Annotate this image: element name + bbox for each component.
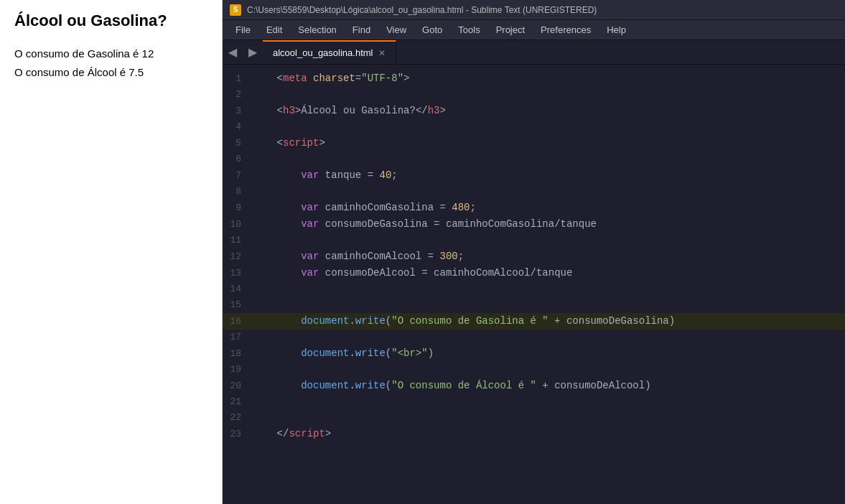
editor-panel: S C:\Users\55859\Desktop\Lógica\alcool_o… [223, 0, 845, 504]
code-line-1: 1 <meta charset="UTF-8"> [223, 70, 845, 87]
menu-goto[interactable]: Goto [415, 22, 449, 37]
menu-bar: File Edit Selection Find View Goto Tools… [223, 20, 845, 40]
browser-panel: Álcool ou Gasolina? O consumo de Gasolin… [0, 0, 223, 504]
code-line-15: 15 [223, 297, 845, 313]
code-line-18: 18 document.write("<br>") [223, 345, 845, 362]
code-line-23: 23 </script> [223, 426, 845, 442]
tab-nav-left[interactable]: ◀ [223, 40, 243, 64]
code-line-4: 4 [223, 119, 845, 135]
code-line-22: 22 [223, 410, 845, 426]
code-line-21: 21 [223, 394, 845, 410]
title-bar-text: C:\Users\55859\Desktop\Lógica\alcool_ou_… [247, 5, 597, 15]
tab-label: alcool_ou_gasolina.html [273, 47, 373, 58]
menu-edit[interactable]: Edit [259, 22, 289, 37]
menu-find[interactable]: Find [345, 22, 378, 37]
code-area[interactable]: 1 <meta charset="UTF-8"> 2 3 <h3>Álcool … [223, 65, 845, 504]
menu-tools[interactable]: Tools [451, 22, 487, 37]
code-line-9: 9 var caminhoComGasolina = 480; [223, 200, 845, 216]
code-line-2: 2 [223, 87, 845, 103]
code-line-8: 8 [223, 184, 845, 200]
code-line-16: 16 document.write("O consumo de Gasolina… [223, 313, 845, 330]
menu-help[interactable]: Help [599, 22, 633, 37]
tab-bar: ◀ ▶ alcool_ou_gasolina.html ✕ [223, 40, 845, 65]
code-line-11: 11 [223, 233, 845, 248]
code-line-12: 12 var caminhoComAlcool = 300; [223, 248, 845, 265]
menu-project[interactable]: Project [489, 22, 532, 37]
code-line-10: 10 var consumoDeGasolina = caminhoComGas… [223, 216, 845, 233]
title-bar: S C:\Users\55859\Desktop\Lógica\alcool_o… [223, 0, 845, 20]
sublime-icon: S [230, 4, 241, 16]
tab-nav-right[interactable]: ▶ [243, 40, 263, 64]
output-line-1: O consumo de Gasolina é 12 [14, 45, 207, 63]
code-line-17: 17 [223, 330, 845, 345]
code-line-14: 14 [223, 281, 845, 297]
menu-preferences[interactable]: Preferences [533, 22, 598, 37]
code-line-19: 19 [223, 362, 845, 378]
code-line-20: 20 document.write("O consumo de Álcool é… [223, 378, 845, 394]
browser-title: Álcool ou Gasolina? [14, 11, 207, 30]
tab-close-icon[interactable]: ✕ [378, 49, 386, 57]
code-line-3: 3 <h3>Álcool ou Gasolina?</h3> [223, 103, 845, 119]
code-line-5: 5 <script> [223, 135, 845, 151]
code-line-7: 7 var tanque = 40; [223, 167, 845, 184]
menu-selection[interactable]: Selection [291, 22, 343, 37]
code-line-6: 6 [223, 151, 845, 167]
tab-alcool[interactable]: alcool_ou_gasolina.html ✕ [263, 40, 396, 64]
code-line-13: 13 var consumoDeAlcool = caminhoComAlcoo… [223, 265, 845, 281]
menu-file[interactable]: File [228, 22, 258, 37]
browser-output: O consumo de Gasolina é 12 O consumo de … [14, 45, 207, 81]
menu-view[interactable]: View [379, 22, 414, 37]
output-line-2: O consumo de Álcool é 7.5 [14, 63, 207, 82]
